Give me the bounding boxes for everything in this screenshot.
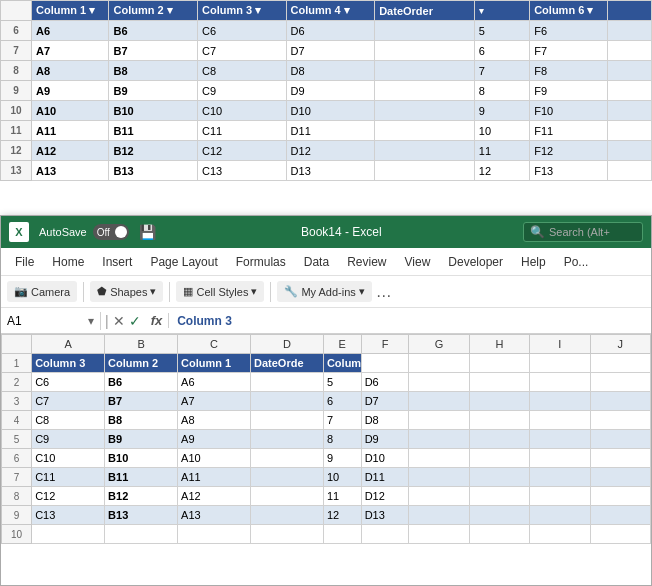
cell[interactable] <box>607 81 651 101</box>
cell[interactable] <box>375 141 475 161</box>
cell[interactable]: B9 <box>105 430 178 449</box>
cell[interactable]: 11 <box>323 487 361 506</box>
cell[interactable] <box>375 61 475 81</box>
cell[interactable]: 12 <box>474 161 529 181</box>
cell[interactable] <box>530 487 590 506</box>
cancel-icon[interactable]: ✕ <box>113 313 125 329</box>
header-cell[interactable] <box>469 354 529 373</box>
cell[interactable] <box>250 392 323 411</box>
confirm-icon[interactable]: ✓ <box>129 313 141 329</box>
cell[interactable]: D8 <box>286 61 375 81</box>
cell[interactable] <box>375 121 475 141</box>
add-ins-button[interactable]: 🔧 My Add-ins ▾ <box>277 281 371 302</box>
cell[interactable] <box>530 411 590 430</box>
cell[interactable] <box>375 101 475 121</box>
cell[interactable] <box>530 449 590 468</box>
cell[interactable] <box>590 449 651 468</box>
cell[interactable]: D6 <box>286 21 375 41</box>
cell[interactable] <box>409 449 469 468</box>
cell[interactable]: B6 <box>105 373 178 392</box>
cell[interactable]: D9 <box>286 81 375 101</box>
cell[interactable]: A6 <box>178 373 251 392</box>
cell[interactable]: B12 <box>109 141 198 161</box>
cell[interactable]: D13 <box>286 161 375 181</box>
cell[interactable] <box>250 506 323 525</box>
cell[interactable]: 6 <box>323 392 361 411</box>
cell[interactable] <box>469 525 529 544</box>
menu-view[interactable]: View <box>397 252 439 272</box>
cell[interactable] <box>409 430 469 449</box>
name-box[interactable]: A1 ▾ <box>1 312 101 330</box>
cell[interactable] <box>469 449 529 468</box>
cell[interactable]: 5 <box>323 373 361 392</box>
cell[interactable] <box>530 525 590 544</box>
cell[interactable] <box>530 373 590 392</box>
cell[interactable]: C9 <box>32 430 105 449</box>
cell[interactable]: A12 <box>178 487 251 506</box>
cell[interactable]: 8 <box>474 81 529 101</box>
cell[interactable]: D12 <box>286 141 375 161</box>
cell[interactable]: F11 <box>530 121 608 141</box>
cell[interactable] <box>590 411 651 430</box>
cell[interactable]: D6 <box>361 373 409 392</box>
cell[interactable]: D11 <box>286 121 375 141</box>
cell[interactable] <box>607 21 651 41</box>
cell[interactable]: C7 <box>32 392 105 411</box>
cell[interactable] <box>409 468 469 487</box>
cell[interactable]: F12 <box>530 141 608 161</box>
cell[interactable]: D7 <box>286 41 375 61</box>
cell[interactable]: 5 <box>474 21 529 41</box>
cell[interactable] <box>469 373 529 392</box>
autosave-toggle[interactable]: Off <box>93 224 129 240</box>
cell[interactable]: B8 <box>109 61 198 81</box>
cell[interactable] <box>607 141 651 161</box>
cell[interactable]: D10 <box>361 449 409 468</box>
cell-styles-button[interactable]: ▦ Cell Styles ▾ <box>176 281 264 302</box>
cell[interactable] <box>250 468 323 487</box>
cell[interactable]: F13 <box>530 161 608 181</box>
cell[interactable]: C6 <box>198 21 287 41</box>
cell[interactable] <box>361 525 409 544</box>
cell[interactable]: B7 <box>109 41 198 61</box>
cell[interactable] <box>607 161 651 181</box>
cell[interactable] <box>375 81 475 101</box>
cell[interactable] <box>607 61 651 81</box>
menu-file[interactable]: File <box>7 252 42 272</box>
cell[interactable]: 9 <box>474 101 529 121</box>
cell[interactable] <box>323 525 361 544</box>
cell[interactable]: C10 <box>198 101 287 121</box>
cell[interactable]: F9 <box>530 81 608 101</box>
menu-formulas[interactable]: Formulas <box>228 252 294 272</box>
header-cell[interactable] <box>409 354 469 373</box>
cell[interactable]: B7 <box>105 392 178 411</box>
menu-data[interactable]: Data <box>296 252 337 272</box>
cell[interactable]: A7 <box>178 392 251 411</box>
cell[interactable]: B8 <box>105 411 178 430</box>
cell[interactable]: A9 <box>178 430 251 449</box>
menu-insert[interactable]: Insert <box>94 252 140 272</box>
cell[interactable]: D13 <box>361 506 409 525</box>
cell[interactable] <box>409 506 469 525</box>
camera-button[interactable]: 📷 Camera <box>7 281 77 302</box>
menu-home[interactable]: Home <box>44 252 92 272</box>
cell[interactable] <box>469 430 529 449</box>
cell[interactable]: C13 <box>32 506 105 525</box>
cell[interactable]: A10 <box>31 101 109 121</box>
cell[interactable] <box>375 41 475 61</box>
cell[interactable] <box>469 506 529 525</box>
cell[interactable] <box>530 392 590 411</box>
cell[interactable] <box>250 449 323 468</box>
header-cell[interactable] <box>590 354 651 373</box>
cell[interactable]: A10 <box>178 449 251 468</box>
cell[interactable] <box>105 525 178 544</box>
header-cell[interactable]: Column 2 <box>105 354 178 373</box>
cell[interactable]: C6 <box>32 373 105 392</box>
cell[interactable]: A11 <box>178 468 251 487</box>
cell[interactable] <box>469 392 529 411</box>
cell[interactable]: A9 <box>31 81 109 101</box>
cell[interactable]: A6 <box>31 21 109 41</box>
cell[interactable]: C8 <box>32 411 105 430</box>
cell[interactable]: A13 <box>31 161 109 181</box>
cell[interactable]: B9 <box>109 81 198 101</box>
cell[interactable]: 10 <box>323 468 361 487</box>
